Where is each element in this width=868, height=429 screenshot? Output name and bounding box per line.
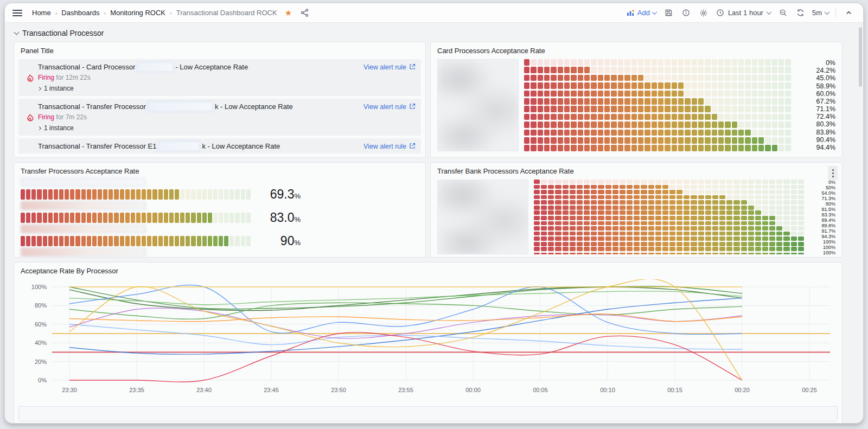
gauge-cell [627, 200, 633, 204]
gauge-cell [762, 216, 768, 220]
gauge-cell [691, 253, 697, 254]
vertical-scrollbar[interactable] [858, 25, 862, 420]
breadcrumb-item[interactable]: Dashboards [61, 9, 99, 17]
gauge-cell [741, 185, 747, 189]
gauge-cell [741, 206, 747, 210]
gauge-cell [748, 242, 754, 246]
view-alert-rule-link[interactable]: View alert rule [363, 63, 416, 92]
gauge-cell [662, 210, 668, 215]
gauge-cell [564, 67, 570, 73]
gauge-cell [584, 137, 590, 144]
gauge-cell [208, 213, 212, 223]
panel-alert-list[interactable]: Panel Title Transactional - Card Process… [14, 42, 426, 158]
gauge-cell [224, 236, 228, 246]
gauge-cell [605, 190, 611, 194]
gauge-cell [676, 226, 682, 230]
gauge-cell [712, 210, 718, 215]
gauge-cell [685, 91, 690, 97]
gauge-cell [655, 210, 661, 215]
refresh-interval-picker[interactable]: 5m [811, 9, 830, 17]
gauge-cell [726, 221, 732, 226]
alert-instances-toggle[interactable]: 1 instance [38, 85, 363, 92]
gauge-cell [175, 236, 179, 246]
gauge-cell [54, 213, 58, 223]
panel-acceptance-rate-by-processor[interactable]: Acceptance Rate By Processor 0%20%40%60%… [14, 262, 843, 423]
gauge-cell [611, 75, 616, 81]
breadcrumb-item[interactable]: Home [32, 9, 51, 17]
gauge-cell [783, 180, 789, 184]
gauge-cell [191, 189, 195, 200]
dashboard-insights-icon[interactable] [679, 6, 693, 20]
alert-instances-toggle[interactable]: 1 instance [38, 124, 363, 132]
gauge-cell [745, 67, 750, 73]
gauge-cell [798, 253, 804, 254]
gauge-cell [538, 91, 543, 97]
row-transactional-processor[interactable]: Transactional Processor [14, 27, 854, 42]
refresh-icon[interactable] [794, 6, 808, 20]
view-alert-rule-link[interactable]: View alert rule [363, 142, 416, 153]
gauge-cell [725, 67, 730, 73]
zoom-out-time-icon[interactable] [776, 6, 790, 20]
dashboard-settings-gear-icon[interactable] [697, 6, 711, 20]
gauge-cell [87, 213, 91, 223]
gauge-cell [125, 236, 130, 246]
gauge-cell [624, 145, 630, 151]
line-chart[interactable]: 0%20%40%60%80%100%23:3023:3523:4023:4523… [17, 279, 839, 403]
panel-transfer-bank-processors[interactable]: Transfer Bank Processors Acceptance Rate… [430, 162, 843, 258]
gauge-cell [669, 195, 675, 200]
bar-gauge-grid [534, 180, 804, 254]
gauge-cell [578, 137, 583, 144]
bar-gauge-row [524, 98, 791, 105]
gauge-cell [164, 189, 168, 200]
gauge-cell [538, 130, 543, 136]
gauge-cell [652, 91, 657, 97]
gauge-cell [81, 236, 86, 246]
gauge-cell [691, 232, 697, 236]
gauge-cell [726, 190, 732, 194]
gauge-cell [604, 114, 610, 120]
gauge-cell [570, 232, 576, 236]
favorite-star-icon[interactable]: ★ [285, 8, 292, 18]
menu-icon[interactable] [12, 10, 22, 16]
panel-menu-kebab-icon[interactable] [828, 166, 838, 180]
gauge-cell [186, 236, 190, 246]
view-alert-rule-link[interactable]: View alert rule [363, 103, 416, 132]
gauge-cell [531, 121, 536, 128]
gauge-cell [541, 206, 547, 210]
gauge-cell [541, 216, 547, 220]
gauge-cell [652, 137, 657, 144]
gauge-cell [772, 130, 777, 136]
panel-transfer-processors[interactable]: Transfer Processors Acceptance Rate 69.3… [14, 162, 426, 258]
gauge-cell [152, 213, 157, 223]
share-icon[interactable] [297, 6, 311, 20]
gauge-cell [648, 180, 654, 184]
scrollbar-thumb[interactable] [859, 27, 862, 87]
gauge-cell [638, 106, 643, 112]
gauge-cell [577, 210, 583, 215]
gauge-cell [555, 253, 561, 254]
firing-flame-icon [22, 142, 38, 153]
gauge-cell [752, 130, 757, 136]
gauge-cell [718, 98, 724, 105]
gauge-cell [524, 130, 529, 136]
gauge-cell [691, 195, 697, 200]
breadcrumb-item[interactable]: Monitoring ROCK [110, 9, 165, 17]
gauge-value-label: 60.0% [796, 90, 835, 98]
gauge-cell [658, 59, 663, 66]
gauge-cell [548, 185, 554, 189]
gauge-cell [745, 59, 750, 66]
gauge-cell [577, 247, 583, 251]
gauge-cell [738, 75, 744, 81]
gauge-cell [624, 91, 630, 97]
blurred-series-labels [437, 180, 528, 254]
panel-card-processors[interactable]: Card Processors Acceptance Rate 0%24.2%4… [430, 42, 843, 158]
save-dashboard-icon[interactable] [662, 6, 676, 20]
gauge-cell [591, 98, 596, 105]
time-range-picker[interactable]: Last 1 hour [714, 9, 773, 17]
gauge-cell [31, 213, 36, 223]
collapse-navbar-caret-icon[interactable] [841, 6, 856, 20]
gauge-cell [698, 145, 704, 151]
gauge-cell [618, 145, 623, 151]
gauge-cell [762, 236, 768, 241]
add-button[interactable]: Add [624, 9, 659, 17]
